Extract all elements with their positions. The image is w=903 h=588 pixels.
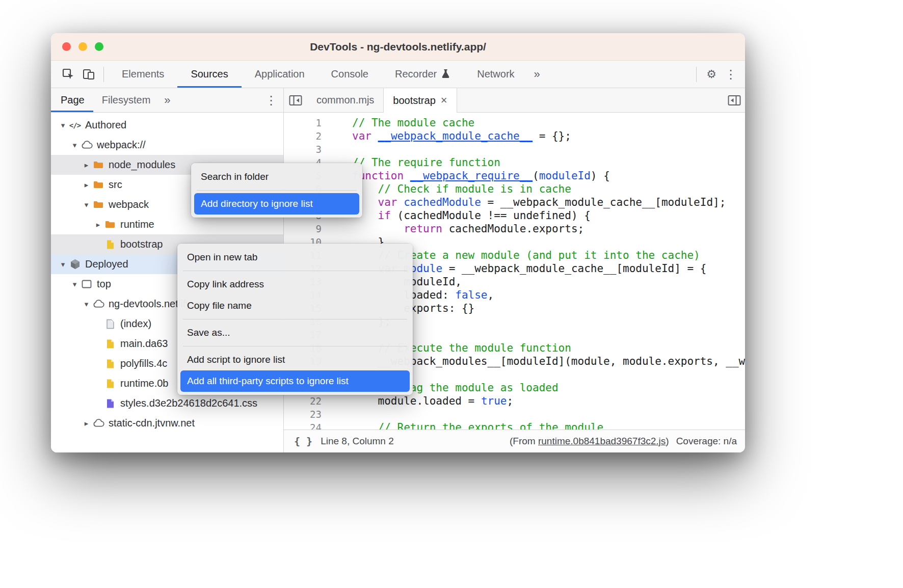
customize-devtools-menu-button[interactable]: ⋮ — [722, 67, 740, 82]
menu-item-search-in-folder[interactable]: Search in folder — [194, 166, 359, 188]
tab-page[interactable]: Page — [51, 88, 93, 112]
status-right: (From runtime.0b841bad3967f3c2.js) Cover… — [510, 436, 737, 447]
menu-item-add-directory-to-ignore-list[interactable]: Add directory to ignore list — [194, 193, 359, 215]
chevron-right-icon[interactable]: ▸ — [81, 180, 92, 190]
tree-item-authored[interactable]: ▾</>Authored — [51, 115, 283, 135]
settings-gear-button[interactable]: ⚙ — [701, 64, 722, 85]
panel-tabs: ElementsSourcesApplicationConsoleRecorde… — [109, 61, 528, 88]
line-number: 2 — [284, 129, 331, 143]
editor-tab-strip: common.mjs bootstrap × — [284, 88, 745, 112]
code-line: 1// The module cache — [284, 116, 745, 129]
tab-recorder[interactable]: Recorder — [382, 61, 464, 88]
toolbar-right-divider — [696, 67, 697, 82]
line-number: 9 — [284, 222, 331, 235]
chevron-down-icon[interactable]: ▾ — [69, 141, 81, 150]
code-text: var cachedModule = __webpack_module_cach… — [331, 196, 726, 209]
code-text: // Return the exports of the module — [331, 421, 603, 430]
menu-separator — [183, 346, 407, 346]
chevron-right-icon[interactable]: ▸ — [92, 220, 104, 229]
menu-item-copy-file-name[interactable]: Copy file name — [180, 295, 410, 316]
code-line: 9 return cachedModule.exports; — [284, 222, 745, 235]
tree-item-webpack[interactable]: ▾webpack:// — [51, 135, 283, 155]
file-js-icon — [104, 379, 116, 389]
menu-item-save-as[interactable]: Save as... — [180, 322, 410, 343]
chevron-down-icon[interactable]: ▾ — [81, 300, 92, 309]
code-text: var __webpack_module_cache__ = {}; — [331, 129, 571, 143]
chevron-right-icon[interactable]: ▸ — [81, 419, 92, 428]
devtools-toolbar: ElementsSourcesApplicationConsoleRecorde… — [51, 61, 745, 88]
folder-icon — [92, 161, 104, 169]
tab-console[interactable]: Console — [318, 61, 382, 88]
tree-item-label: webpack:// — [97, 139, 146, 151]
coverage-status: Coverage: n/a — [676, 436, 737, 447]
tree-item-static-cdn-jtvnw-net[interactable]: ▸static-cdn.jtvnw.net — [51, 413, 283, 433]
tab-label: Recorder — [395, 61, 437, 88]
device-toolbar-button[interactable] — [78, 64, 99, 85]
code-line: 3 — [284, 143, 745, 156]
editor-tab-bootstrap[interactable]: bootstrap × — [383, 88, 457, 113]
tree-item-label: webpack — [109, 199, 149, 210]
file-js-icon — [104, 359, 116, 369]
panel-left-icon — [289, 95, 302, 106]
menu-separator — [197, 190, 357, 191]
more-navigator-tabs-button[interactable]: » — [159, 88, 175, 112]
tree-item-label: styles.d3e2b24618d2c641.css — [120, 397, 257, 409]
source-map-file-link[interactable]: runtime.0b841bad3967f3c2.js — [538, 436, 666, 446]
context-menu-folder: Search in folderAdd directory to ignore … — [191, 163, 362, 218]
editor-tab-label: common.mjs — [316, 94, 374, 106]
tab-filesystem[interactable]: Filesystem — [93, 88, 160, 112]
hide-navigator-button[interactable] — [284, 88, 307, 112]
chevron-down-icon[interactable]: ▾ — [57, 121, 69, 130]
navigator-menu-button[interactable]: ⋮ — [265, 88, 277, 112]
chevron-right-icon[interactable]: ▸ — [81, 161, 92, 170]
tree-item-label: static-cdn.jtvnw.net — [109, 417, 195, 429]
toolbar-left — [51, 61, 109, 88]
panel-right-icon — [728, 95, 741, 106]
code-line: 24 // Return the exports of the module — [284, 421, 745, 430]
line-number: 3 — [284, 143, 331, 156]
traffic-lights — [62, 42, 103, 51]
code-text: return cachedModule.exports; — [331, 222, 584, 235]
from-prefix: (From — [510, 436, 538, 446]
inspect-element-button[interactable] — [58, 64, 78, 85]
tab-label: Console — [331, 61, 368, 88]
tree-item-styles-d3e2b24618d2c641-css[interactable]: styles.d3e2b24618d2c641.css — [51, 393, 283, 413]
tab-application[interactable]: Application — [242, 61, 318, 88]
tree-item-label: bootstrap — [120, 238, 163, 250]
chevron-down-icon[interactable]: ▾ — [81, 200, 92, 209]
devtools-window: DevTools - ng-devtools.netlify.app/ Elem… — [51, 33, 745, 452]
tab-sources[interactable]: Sources — [177, 61, 241, 88]
chevron-down-icon[interactable]: ▾ — [57, 260, 69, 269]
code-text: if (cachedModule !== undefined) { — [331, 209, 591, 222]
menu-item-copy-link-address[interactable]: Copy link address — [180, 274, 410, 295]
code-text — [331, 408, 352, 421]
line-number: 23 — [284, 408, 331, 421]
tree-item-label: Authored — [85, 119, 126, 131]
tab-label: Network — [477, 61, 514, 88]
tree-item-label: top — [97, 278, 111, 290]
flask-icon — [441, 69, 450, 79]
menu-separator — [183, 319, 407, 319]
tab-elements[interactable]: Elements — [109, 61, 177, 88]
code-text — [331, 143, 352, 156]
show-debugger-sidebar-button[interactable] — [728, 88, 741, 112]
folder-icon — [92, 180, 104, 189]
menu-item-add-script-to-ignore-list[interactable]: Add script to ignore list — [180, 349, 410, 370]
chevron-down-icon[interactable]: ▾ — [69, 280, 81, 289]
menu-item-add-all-third-party-scripts-to-ignore-list[interactable]: Add all third-party scripts to ignore li… — [180, 370, 410, 392]
tab-label: Sources — [191, 61, 228, 88]
close-window-button[interactable] — [62, 42, 71, 51]
line-number: 22 — [284, 394, 331, 408]
title-bar: DevTools - ng-devtools.netlify.app/ — [51, 33, 745, 61]
editor-tab-common-mjs[interactable]: common.mjs — [307, 88, 383, 112]
pretty-print-icon[interactable]: { } — [294, 435, 312, 447]
minimize-window-button[interactable] — [78, 42, 87, 51]
zoom-window-button[interactable] — [95, 42, 103, 51]
close-icon[interactable]: × — [441, 94, 447, 107]
more-panels-button[interactable]: » — [528, 61, 546, 88]
source-map-origin: (From runtime.0b841bad3967f3c2.js) — [510, 436, 669, 447]
device-toolbar-icon — [82, 68, 95, 81]
editor-status-bar: { } Line 8, Column 2 (From runtime.0b841… — [284, 430, 745, 452]
menu-item-open-in-new-tab[interactable]: Open in new tab — [180, 247, 410, 268]
tab-network[interactable]: Network — [464, 61, 527, 88]
